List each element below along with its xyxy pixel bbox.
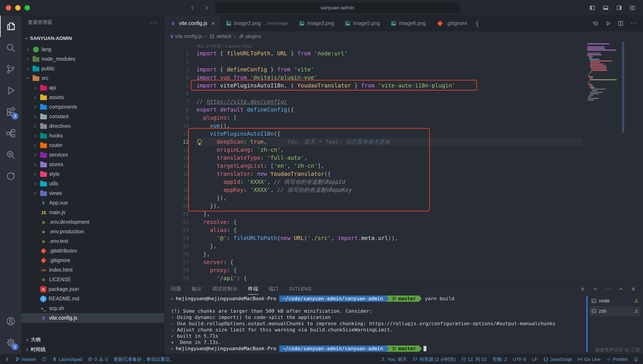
source-control-icon[interactable] <box>0 58 22 80</box>
notifications[interactable] <box>631 354 641 364</box>
prettier[interactable]: Prettier <box>603 354 631 364</box>
tab-image6.png[interactable]: image6.png <box>386 16 431 31</box>
blame-current[interactable]: You, 前天 <box>378 354 410 364</box>
tab-vite.config.js[interactable]: Vvite.config.js× <box>164 16 221 31</box>
tree-item-constant[interactable]: ›constant <box>22 112 164 121</box>
extensions-icon[interactable]: 3 <box>0 101 22 123</box>
breadcrumb-item[interactable]: default <box>209 34 231 39</box>
launchpad[interactable]: Launchpad <box>49 354 85 364</box>
split-editor-icon[interactable] <box>618 20 623 26</box>
panel-tab-GITLENS[interactable]: GITLENS <box>289 284 312 295</box>
accounts-icon[interactable] <box>0 310 22 332</box>
command-center-search[interactable]: sanyuan-admin <box>215 3 460 13</box>
indentation[interactable]: 空格: 2 <box>490 354 510 364</box>
tab-image2.png[interactable]: image2.png.../md-image <box>221 16 294 31</box>
tree-item-LICENSE[interactable]: ©LICENSE <box>22 275 164 284</box>
breadcrumb-item[interactable]: plugins <box>239 34 261 39</box>
partial-tab[interactable]: { <box>473 16 482 31</box>
tree-item-utils[interactable]: ›utils <box>22 179 164 188</box>
git-branch[interactable]: master <box>12 354 39 364</box>
close-tab-icon[interactable]: × <box>211 20 215 26</box>
panel-tab-输出[interactable]: 输出 <box>192 284 202 295</box>
terminal-session-node[interactable]: node⚠ <box>589 296 641 306</box>
tree-item-scp.sh[interactable]: >_scp.sh <box>22 304 164 313</box>
encoding[interactable]: UTF-8 <box>510 354 529 364</box>
tree-item-App.vue[interactable]: VApp.vue <box>22 198 164 208</box>
tree-item-api[interactable]: ›api <box>22 83 164 92</box>
explorer-more-icon[interactable]: ··· <box>150 18 158 26</box>
back-icon[interactable] <box>190 5 196 11</box>
panel-tab-终端[interactable]: 终端 <box>248 284 258 295</box>
plugin-icon-2[interactable] <box>0 144 22 166</box>
project-section-header[interactable]: › SANYUAN-ADMIN <box>22 34 164 43</box>
tree-item-stores[interactable]: ›stores <box>22 160 164 169</box>
run-file-icon[interactable] <box>605 20 611 26</box>
minimize-window-button[interactable] <box>15 5 21 10</box>
search-icon[interactable] <box>0 37 22 58</box>
tree-item-index.html[interactable]: <>index.html <box>22 265 164 275</box>
toggle-sidebar-icon[interactable] <box>589 5 595 11</box>
tree-item-hooks[interactable]: ›hooks <box>22 131 164 140</box>
toggle-secondary-sidebar-icon[interactable] <box>616 5 622 11</box>
problems[interactable]: 00 <box>85 354 111 364</box>
outline-section[interactable]: › 大纲 <box>22 334 164 344</box>
terminal-output[interactable]: ●hejingyuan@hejingyuandeMacBook-Pro~/cod… <box>171 296 585 354</box>
panel-tab-问题[interactable]: 问题 <box>171 284 181 295</box>
tree-item-services[interactable]: ›services <box>22 150 164 160</box>
tree-item-.gitignore[interactable]: .gitignore <box>22 256 164 265</box>
editor-scrollbar[interactable] <box>622 42 624 133</box>
tree-item-assets[interactable]: ›assets <box>22 92 164 102</box>
tree-item-README.md[interactable]: iREADME.md <box>22 294 164 304</box>
plugin-icon-3[interactable] <box>0 166 22 187</box>
go-live[interactable]: Go Live <box>575 354 603 364</box>
update-message[interactable]: 更新已准备好，单击以重启。 <box>111 354 177 364</box>
tree-item-src[interactable]: ›src <box>22 74 164 83</box>
tree-item-components[interactable]: ›components <box>22 102 164 112</box>
terminal-session-zsh[interactable]: zsh⚠ <box>589 306 641 316</box>
tree-item-lang[interactable]: ›lang <box>22 44 164 54</box>
new-terminal-icon[interactable] <box>580 286 586 292</box>
close-window-button[interactable] <box>6 5 11 10</box>
tree-item-public[interactable]: ›public <box>22 64 164 74</box>
blame-author[interactable]: 何美源 (2 小时前) <box>410 354 459 364</box>
terminal-dropdown-icon[interactable] <box>592 286 598 292</box>
timeline-history-icon[interactable] <box>593 20 598 26</box>
git-sync[interactable] <box>39 354 49 364</box>
tab-.gitignore[interactable]: .gitignore <box>431 16 473 31</box>
tree-item-vite.config.js[interactable]: Vvite.config.js <box>22 313 164 323</box>
tree-item-.gitattributes[interactable]: .gitattributes <box>22 246 164 256</box>
customize-layout-icon[interactable] <box>629 5 635 11</box>
remote-indicator[interactable] <box>2 354 12 364</box>
breadcrumb-item[interactable]: Vvite.config.js <box>171 34 202 39</box>
tree-item-package.json[interactable]: npackage.json <box>22 284 164 294</box>
tree-item-directives[interactable]: ›directives <box>22 121 164 131</box>
code-editor[interactable]: You, 2小时前 | 1 author (You) 1234567891011… <box>164 42 643 283</box>
panel-more-icon[interactable]: ··· <box>605 287 611 291</box>
settings-gear-icon[interactable]: 1 <box>0 332 22 353</box>
maximize-panel-icon[interactable] <box>618 286 624 292</box>
tree-item-style[interactable]: ›style <box>22 169 164 179</box>
tree-item-router[interactable]: ›router <box>22 140 164 150</box>
toggle-panel-icon[interactable] <box>603 5 609 11</box>
tab-image3.png[interactable]: image3.png <box>294 16 340 31</box>
eol[interactable]: LF <box>529 354 540 364</box>
run-debug-icon[interactable] <box>0 80 22 101</box>
more-actions-icon[interactable]: ··· <box>630 21 637 26</box>
tree-item-nodemodules[interactable]: ›node_modules <box>22 54 164 64</box>
plugin-icon-1[interactable] <box>0 123 22 144</box>
panel-tab-端口[interactable]: 端口 <box>269 284 279 295</box>
language-mode[interactable]: {}JavaScript <box>540 354 575 364</box>
timeline-section[interactable]: › 时间线 <box>22 344 164 354</box>
tree-item-.env.development[interactable]: ⚙.env.development <box>22 217 164 227</box>
zoom-window-button[interactable] <box>25 5 30 10</box>
tree-item-main.js[interactable]: JSmain.js <box>22 208 164 217</box>
cursor-position[interactable]: 行 12, 列 22 <box>459 354 490 364</box>
minimap[interactable] <box>587 43 621 100</box>
panel-scrollbar[interactable] <box>586 296 588 352</box>
explorer-icon[interactable] <box>0 16 22 37</box>
panel-tab-调试控制台[interactable]: 调试控制台 <box>212 284 238 295</box>
tree-item-.env.test[interactable]: ⚙.env.test <box>22 236 164 246</box>
tree-item-views[interactable]: ›views <box>22 188 164 198</box>
tree-item-.env.production[interactable]: ⚙.env.production <box>22 227 164 236</box>
forward-icon[interactable] <box>204 5 209 11</box>
